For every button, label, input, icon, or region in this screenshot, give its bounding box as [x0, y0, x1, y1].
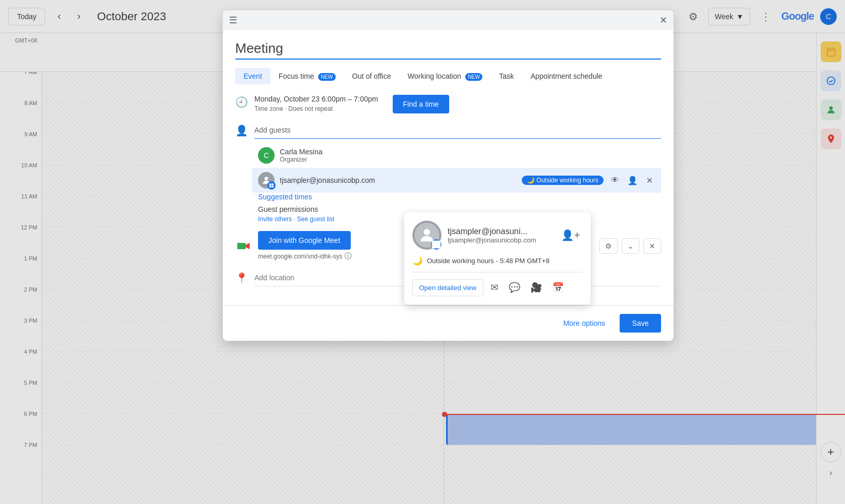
open-detailed-view-button[interactable]: Open detailed view — [412, 279, 483, 296]
event-title-input[interactable] — [235, 40, 661, 60]
calendar-action-icon[interactable]: 📅 — [549, 279, 567, 296]
tooltip-name-col: tjsampler@jonasuni... tjsampler@jonasuni… — [448, 227, 553, 244]
meet-link-row: meet.google.com/xnd-idhk-sys ⓘ — [258, 252, 352, 261]
meet-link: meet.google.com/xnd-idhk-sys — [258, 253, 342, 260]
menu-icon[interactable]: ☰ — [229, 15, 237, 26]
guests-section: 👤 C Carla Mesina Organizer — [235, 122, 661, 223]
organizer-info: Carla Mesina Organizer — [280, 148, 655, 163]
tab-task[interactable]: Task — [491, 68, 522, 84]
guests-input[interactable] — [254, 122, 661, 139]
save-button[interactable]: Save — [620, 314, 661, 333]
tabs: Event Focus time NEW Out of office Worki… — [235, 68, 661, 84]
tooltip-actions: Open detailed view ✉ 💬 🎥 📅 — [412, 272, 582, 296]
guest-tooltip: tjsampler@jonasuni... tjsampler@jonasuni… — [404, 212, 591, 305]
svg-point-6 — [265, 177, 268, 180]
view-guest-button[interactable]: 👁 — [609, 174, 621, 187]
tab-out-of-office[interactable]: Out of office — [344, 68, 399, 84]
svg-point-10 — [424, 229, 430, 235]
organizer-role: Organizer — [280, 156, 655, 163]
meet-icon — [235, 238, 252, 254]
datetime-main[interactable]: Monday, October 23 6:00pm – 7:00pm — [254, 95, 378, 103]
location-icon: 📍 — [235, 272, 248, 284]
guest-actions: 👁 👤 ✕ — [609, 174, 655, 188]
badge-overlay — [267, 181, 276, 190]
svg-rect-11 — [432, 241, 441, 249]
tooltip-email: tjsampler@jonasunicobp.com — [448, 236, 553, 244]
chat-action-icon[interactable]: 💬 — [506, 279, 523, 296]
meet-settings-row: ⚙ ⌄ ✕ — [599, 238, 661, 254]
guest-item-organizer: C Carla Mesina Organizer — [252, 143, 661, 168]
meet-info-icon[interactable]: ⓘ — [345, 252, 352, 261]
datetime-sub[interactable]: Time zone · Does not repeat — [254, 105, 378, 112]
tooltip-status: 🌙 Outside working hours - 5:48 PM GMT+8 — [412, 256, 582, 266]
tab-event[interactable]: Event — [235, 68, 270, 84]
modal-footer: More options Save — [223, 305, 674, 341]
moon-status-icon: 🌙 — [412, 256, 423, 266]
meet-settings-button[interactable]: ⚙ — [599, 238, 618, 254]
badge-overlay-icon — [431, 239, 441, 250]
remove-guest-button[interactable]: ✕ — [644, 174, 655, 188]
guest-item-tjsampler: tjsampler@jonasunicobp.com 🌙 Outside wor… — [252, 168, 661, 193]
meet-close-button[interactable]: ✕ — [643, 238, 661, 254]
meet-expand-button[interactable]: ⌄ — [622, 238, 639, 254]
datetime-row: 🕘 Monday, October 23 6:00pm – 7:00pm Tim… — [235, 95, 661, 113]
organizer-avatar: C — [258, 147, 275, 164]
suggested-times[interactable]: Suggested times — [258, 193, 661, 201]
organizer-name: Carla Mesina — [280, 148, 655, 156]
modal-topbar: ☰ ✕ — [223, 10, 674, 30]
svg-rect-9 — [237, 243, 246, 249]
guest-email-tjsampler: tjsampler@jonasunicobp.com — [280, 176, 517, 184]
outside-hours-badge: 🌙 Outside working hours — [522, 176, 604, 185]
more-options-button[interactable]: More options — [555, 315, 613, 332]
join-meet-button[interactable]: Join with Google Meet — [258, 231, 351, 250]
tooltip-header: tjsampler@jonasuni... tjsampler@jonasuni… — [412, 221, 582, 250]
close-icon[interactable]: ✕ — [660, 15, 667, 26]
tooltip-name: tjsampler@jonasuni... — [448, 227, 553, 236]
add-person-button[interactable]: 👤+ — [559, 227, 582, 243]
clock-icon: 🕘 — [235, 96, 248, 108]
guests-input-row: 👤 — [235, 122, 661, 139]
tab-working-location[interactable]: Working location NEW — [399, 68, 491, 84]
person-guest-button[interactable]: 👤 — [625, 174, 640, 188]
datetime-info: Monday, October 23 6:00pm – 7:00pm Time … — [254, 95, 378, 112]
guests-icon: 👤 — [235, 124, 248, 137]
tooltip-avatar — [412, 221, 441, 250]
tab-focus[interactable]: Focus time NEW — [270, 68, 344, 84]
find-time-button[interactable]: Find a time — [393, 95, 449, 113]
moon-icon: 🌙 — [527, 177, 535, 184]
tab-appointment-schedule[interactable]: Appointment schedule — [522, 68, 611, 84]
guest-info-tjsampler: tjsampler@jonasunicobp.com — [280, 176, 517, 184]
guest-avatar-tjsampler — [258, 172, 275, 189]
email-action-icon[interactable]: ✉ — [488, 279, 502, 296]
video-action-icon[interactable]: 🎥 — [527, 279, 545, 296]
